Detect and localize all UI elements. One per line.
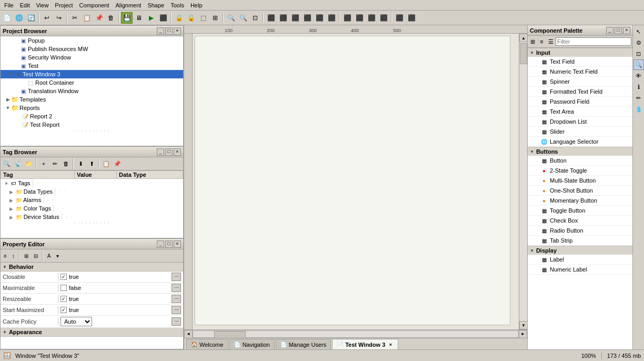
tree-item-templates[interactable]: ▶ 📁 Templates xyxy=(1,95,183,104)
tag-opc-btn[interactable]: 📡 xyxy=(13,159,23,168)
startmaximized-action[interactable]: ⋯ xyxy=(172,306,181,314)
zoom-in-btn[interactable]: 🔍 xyxy=(225,12,237,24)
project-browser-sep[interactable]: · · · · · · · · · · xyxy=(1,129,183,132)
prop-expand-btn[interactable]: ⊞ xyxy=(22,251,31,260)
tag-row-colortags[interactable]: ▶ 📁 Color Tags xyxy=(1,204,75,213)
palette-item-togglebutton[interactable]: ▦ Toggle Button xyxy=(528,206,632,216)
rtb-select-btn[interactable]: ⊡ xyxy=(633,48,644,59)
palette-item-numericlabel[interactable]: ▦ Numeric Label xyxy=(528,265,632,275)
palette-item-spinner[interactable]: ▦ Spinner xyxy=(528,77,632,87)
palette-item-numerictextfield[interactable]: ▦ Numeric Text Field xyxy=(528,67,632,77)
palette-item-slider[interactable]: ▦ Slider xyxy=(528,127,632,137)
scroll-h-left[interactable]: ◄ xyxy=(184,330,193,338)
menu-alignment[interactable]: Alignment xyxy=(112,1,144,9)
rtb-info-btn[interactable]: ℹ xyxy=(633,82,644,92)
canvas-surface[interactable] xyxy=(195,36,510,325)
tag-add-btn[interactable]: + xyxy=(38,159,49,168)
palette-close[interactable]: × xyxy=(623,27,630,34)
send-back-btn[interactable]: ⬛ xyxy=(406,12,417,24)
palette-section-display[interactable]: ▼ Display xyxy=(528,246,632,255)
palette-item-textfield[interactable]: ▦ Text Field xyxy=(528,57,632,67)
prop-sort-btn[interactable]: ↕ xyxy=(10,251,17,260)
closable-action[interactable]: ⋯ xyxy=(172,273,181,281)
palette-filter-input[interactable] xyxy=(556,37,631,46)
palette-detail-btn[interactable]: ☰ xyxy=(547,37,555,46)
prop-more-btn[interactable]: ▾ xyxy=(54,251,61,260)
tree-item-publish[interactable]: ▣ Publish Resources MW xyxy=(1,45,183,53)
menu-tools[interactable]: Tools xyxy=(167,1,187,9)
palette-item-label[interactable]: ▦ Label xyxy=(528,255,632,265)
tag-row-devicestatus[interactable]: ▶ 📁 Device Status xyxy=(1,213,75,221)
group-btn[interactable]: ⬚ xyxy=(197,12,209,24)
prop-collapse-btn[interactable]: ⊟ xyxy=(32,251,40,260)
save-btn[interactable]: 💾 xyxy=(121,12,133,24)
rtb-pencil-btn[interactable]: ✏ xyxy=(633,93,644,103)
palette-grid-btn[interactable]: ⊞ xyxy=(529,37,537,46)
zoom-fit-btn[interactable]: ⊡ xyxy=(249,12,261,24)
menu-file[interactable]: File xyxy=(1,1,17,9)
paste-btn[interactable]: 📌 xyxy=(93,12,105,24)
tag-search-btn[interactable]: 🔍 xyxy=(2,159,12,168)
cachepolicy-select[interactable]: Auto xyxy=(61,317,92,326)
palette-item-momentarybutton[interactable]: ● Momentary Button xyxy=(528,196,632,206)
tag-delete-btn[interactable]: 🗑 xyxy=(61,159,71,168)
scroll-v-thumb[interactable] xyxy=(520,43,527,64)
palette-item-languageselector[interactable]: 🌐 Language Selector xyxy=(528,137,632,147)
scroll-h-right[interactable]: ► xyxy=(519,330,527,338)
behavior-section-header[interactable]: ▼ Behavior xyxy=(1,263,183,272)
prop-font-btn[interactable]: A xyxy=(45,251,53,260)
scroll-v-down[interactable]: ▼ xyxy=(519,321,527,329)
tree-item-reports[interactable]: ▼ 📁 Reports xyxy=(1,104,183,112)
rtb-eye-btn[interactable]: 👁 xyxy=(633,71,644,81)
dist-h-btn[interactable]: ⬛ xyxy=(341,12,353,24)
tag-row-tags[interactable]: ▼ 🏷 Tags xyxy=(1,179,75,187)
scroll-h-thumb[interactable] xyxy=(214,331,246,338)
bring-front-btn[interactable]: ⬛ xyxy=(394,12,405,24)
menu-project[interactable]: Project xyxy=(52,1,76,9)
tree-item-security[interactable]: ▣ Security Window xyxy=(1,53,183,62)
stop-btn[interactable]: ⬛ xyxy=(157,12,169,24)
align-bottom-btn[interactable]: ⬛ xyxy=(326,12,337,24)
align-left-btn[interactable]: ⬛ xyxy=(265,12,277,24)
unlock-btn[interactable]: 🔓 xyxy=(185,12,197,24)
palette-section-buttons[interactable]: ▼ Buttons xyxy=(528,147,632,156)
tag-paste-btn[interactable]: 📌 xyxy=(112,159,123,168)
tag-import-btn[interactable]: ⬇ xyxy=(75,159,86,168)
cachepolicy-action[interactable]: ⋯ xyxy=(172,317,181,326)
palette-list-btn[interactable]: ≡ xyxy=(538,37,546,46)
copy-btn[interactable]: 📋 xyxy=(81,12,93,24)
palette-item-passwordfield[interactable]: ▦ Password Field xyxy=(528,97,632,107)
palette-item-tabstrip[interactable]: ▦ Tab Strip xyxy=(528,236,632,246)
delete-btn[interactable]: 🗑 xyxy=(105,12,117,24)
menu-help[interactable]: Help xyxy=(187,1,206,9)
project-browser-minimize[interactable]: _ xyxy=(157,27,164,35)
prop-list-btn[interactable]: ≡ xyxy=(2,251,9,260)
tag-browser-close[interactable]: × xyxy=(174,148,181,156)
tab-testwindow3[interactable]: 📄 Test Window 3 × xyxy=(332,339,398,349)
tag-browser-sep[interactable]: · · · · · · · · · · xyxy=(1,221,183,224)
palette-float[interactable]: □ xyxy=(615,27,622,34)
property-editor-close[interactable]: × xyxy=(174,240,181,248)
tag-copy-btn[interactable]: 📋 xyxy=(101,159,112,168)
new-btn[interactable]: 📄 xyxy=(1,12,13,24)
tree-item-test[interactable]: ▣ Test xyxy=(1,62,183,70)
project-browser-close[interactable]: × xyxy=(174,27,181,35)
palette-item-formattedtextfield[interactable]: ▦ Formatted Text Field xyxy=(528,87,632,97)
redo-btn[interactable]: ↪ xyxy=(53,12,65,24)
menu-view[interactable]: View xyxy=(33,1,52,9)
align-middle-btn[interactable]: ⬛ xyxy=(314,12,325,24)
cut-btn[interactable]: ✂ xyxy=(69,12,80,24)
rtb-zoom-btn[interactable]: 🔍 xyxy=(633,59,644,70)
tag-browser-float[interactable]: □ xyxy=(165,148,173,156)
open-btn[interactable]: 🌐 xyxy=(13,12,25,24)
tree-item-popup[interactable]: ▣ Popup xyxy=(1,36,183,45)
scroll-v-track[interactable] xyxy=(519,42,527,321)
scroll-v-up[interactable]: ▲ xyxy=(519,34,527,42)
tag-row-datatypes[interactable]: ▶ 📁 Data Types xyxy=(1,187,75,196)
palette-section-input[interactable]: ▼ Input xyxy=(528,48,632,57)
menu-shape[interactable]: Shape xyxy=(144,1,167,9)
align-top-btn[interactable]: ⬛ xyxy=(301,12,313,24)
lock-btn[interactable]: 🔒 xyxy=(173,12,185,24)
palette-item-checkbox[interactable]: ▦ Check Box xyxy=(528,216,632,226)
closable-checkbox[interactable] xyxy=(61,274,67,280)
